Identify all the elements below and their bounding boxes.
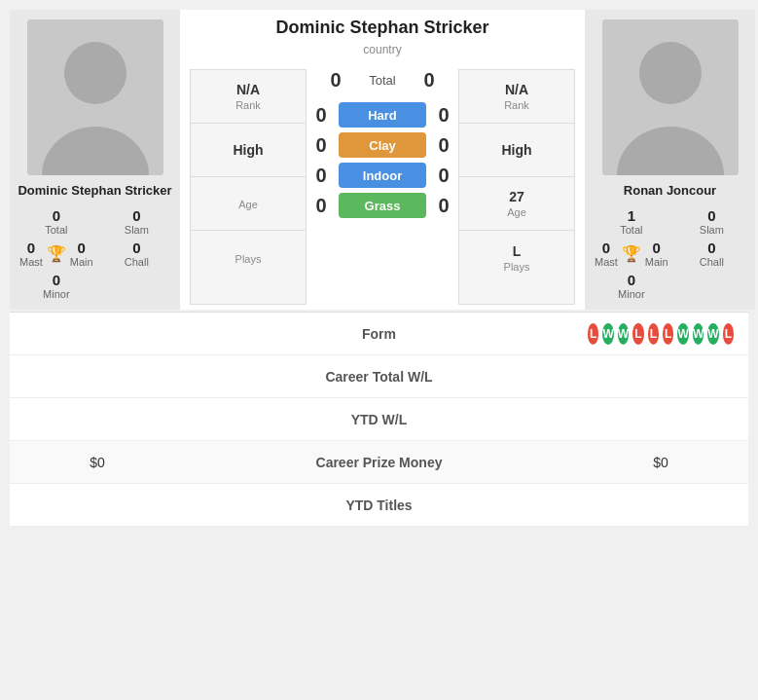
form-badge-w: W xyxy=(602,323,613,345)
form-badge-l: L xyxy=(632,323,643,345)
ytd-titles-row: YTD Titles xyxy=(10,484,748,527)
left-stats-grid: 0 Total 0 Slam 0 Mast 🏆 0 Main xyxy=(15,207,175,300)
right-stat-slam: 0 Slam xyxy=(678,207,745,236)
svg-point-4 xyxy=(639,42,702,104)
right-stat-minor: 0 Minor xyxy=(595,272,668,300)
form-badge-w: W xyxy=(618,323,629,345)
trophy-icon-left: 🏆 xyxy=(47,244,66,263)
form-badge-l: L xyxy=(663,323,673,345)
left-stat-total: 0 Total xyxy=(19,207,93,236)
form-badges-container: LWWLLLWWWL xyxy=(588,323,734,345)
right-plays-cell: L Plays xyxy=(459,231,574,284)
middle-section: Dominic Stephan Stricker country N/A Ran… xyxy=(180,10,585,310)
prize-right: $0 xyxy=(588,455,734,470)
left-player-name-center: Dominic Stephan Stricker xyxy=(275,18,488,38)
indoor-score-row: 0 Indoor 0 xyxy=(311,163,453,188)
bottom-section: Form LWWLLLWWWL Career Total W/L YTD W/L… xyxy=(10,312,748,527)
form-label: Form xyxy=(170,326,588,342)
left-stat-mast: 0 Mast 🏆 0 Main xyxy=(19,239,93,268)
left-rank-cell: N/A Rank xyxy=(191,70,306,124)
left-stat-minor: 0 Minor xyxy=(19,272,93,300)
right-stat-chall: 0 Chall xyxy=(678,239,745,268)
right-rank-cell: N/A Rank xyxy=(459,70,574,124)
center-scores: 0 Total 0 0 Hard 0 0 Clay 0 xyxy=(311,64,453,310)
scores-info-area: N/A Rank High Age Plays xyxy=(180,64,585,310)
right-stat-mast: 0 Mast 🏆 0 Main xyxy=(595,239,668,268)
form-badge-l: L xyxy=(588,323,598,345)
prize-label: Career Prize Money xyxy=(170,455,588,470)
right-high-cell: High xyxy=(459,124,574,177)
right-info-block: N/A Rank High 27 Age L Plays xyxy=(458,69,575,305)
left-player-name: Dominic Stephan Stricker xyxy=(18,183,171,198)
hard-surface-btn[interactable]: Hard xyxy=(339,102,426,128)
left-age-cell: Age xyxy=(191,177,306,231)
form-badge-w: W xyxy=(677,323,688,345)
right-stats-grid: 1 Total 0 Slam 0 Mast 🏆 0 Main xyxy=(590,207,750,300)
trophy-icon-right: 🏆 xyxy=(622,244,641,263)
prize-money-row: $0 Career Prize Money $0 xyxy=(10,441,748,484)
left-player-avatar xyxy=(27,19,163,175)
prize-left: $0 xyxy=(24,455,170,470)
form-row: Form LWWLLLWWWL xyxy=(10,313,748,355)
right-age-cell: 27 Age xyxy=(459,177,574,231)
left-plays-cell: Plays xyxy=(191,231,306,284)
right-player-card: Ronan Joncour 1 Total 0 Slam 0 Mast 🏆 xyxy=(585,10,755,310)
hard-score-row: 0 Hard 0 xyxy=(311,102,453,128)
form-badge-w: W xyxy=(707,323,718,345)
left-high-cell: High xyxy=(191,124,306,177)
left-stat-chall: 0 Chall xyxy=(103,239,170,268)
grass-surface-btn[interactable]: Grass xyxy=(339,193,426,218)
left-stat-slam: 0 Slam xyxy=(103,207,170,236)
left-player-card: Dominic Stephan Stricker 0 Total 0 Slam … xyxy=(10,10,180,310)
indoor-surface-btn[interactable]: Indoor xyxy=(339,163,426,188)
form-badge-l: L xyxy=(648,323,659,345)
left-info-block: N/A Rank High Age Plays xyxy=(190,69,307,305)
form-badge-l: L xyxy=(723,323,734,345)
grass-score-row: 0 Grass 0 xyxy=(311,193,453,218)
clay-score-row: 0 Clay 0 xyxy=(311,132,453,158)
career-total-label: Career Total W/L xyxy=(170,369,588,385)
right-player-avatar xyxy=(602,19,739,175)
career-total-row: Career Total W/L xyxy=(10,355,748,398)
total-score-row: 0 Total 0 xyxy=(311,69,453,92)
ytd-titles-label: YTD Titles xyxy=(170,497,588,513)
middle-top: Dominic Stephan Stricker country xyxy=(180,10,585,64)
form-badge-w: W xyxy=(693,323,704,345)
right-player-name: Ronan Joncour xyxy=(624,183,716,198)
left-country: country xyxy=(363,43,401,56)
ytd-wl-label: YTD W/L xyxy=(170,412,588,427)
svg-point-1 xyxy=(64,42,126,104)
clay-surface-btn[interactable]: Clay xyxy=(339,132,426,158)
ytd-wl-row: YTD W/L xyxy=(10,398,748,441)
right-stat-total: 1 Total xyxy=(595,207,668,236)
